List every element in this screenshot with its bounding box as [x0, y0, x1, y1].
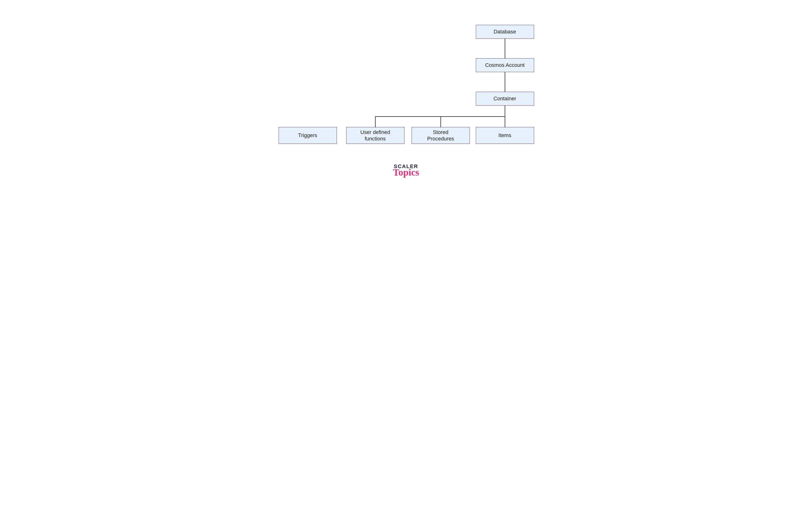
node-container-label: Container [493, 95, 516, 102]
node-container: Container [476, 92, 534, 106]
connector-bus-items [505, 116, 505, 127]
connector-container-down [505, 106, 505, 117]
connector-bus-stored [440, 116, 441, 127]
connector-database-cosmos [505, 39, 505, 58]
node-database: Database [476, 25, 534, 39]
diagram-canvas: Database Cosmos Account Container Trigge… [244, 0, 569, 207]
brand-line2: Topics [385, 169, 428, 176]
node-cosmos-label: Cosmos Account [485, 62, 525, 68]
node-udf: User defined functions [346, 127, 404, 144]
node-cosmos-account: Cosmos Account [476, 58, 534, 72]
node-items-label: Items [498, 132, 512, 139]
connector-bus-udf [375, 116, 376, 127]
brand-logo: SCALER Topics [385, 164, 428, 176]
node-database-label: Database [493, 28, 516, 35]
connector-cosmos-container [505, 72, 505, 92]
node-stored-label: Stored Procedures [427, 129, 454, 142]
node-stored: Stored Procedures [412, 127, 470, 144]
node-triggers-label: Triggers [298, 132, 317, 139]
node-items: Items [476, 127, 534, 144]
connector-bus-horizontal [375, 116, 505, 117]
node-udf-label: User defined functions [360, 129, 390, 142]
node-triggers: Triggers [279, 127, 337, 144]
